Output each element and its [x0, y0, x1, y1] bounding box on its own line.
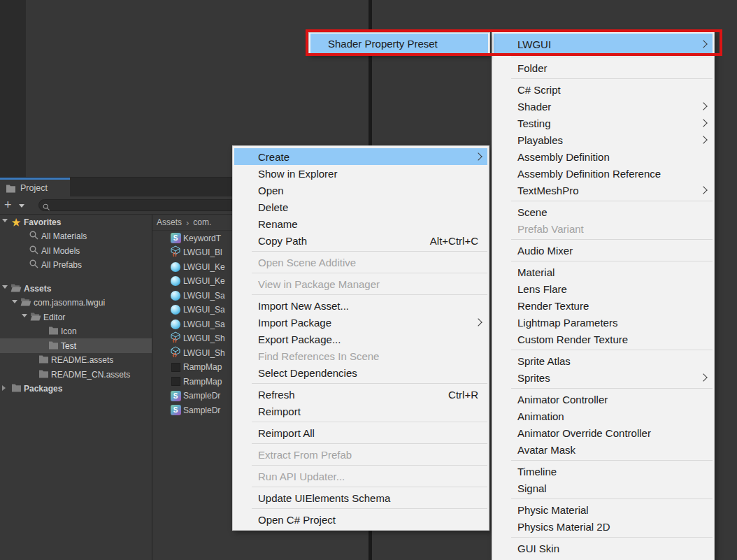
tree-item-editor[interactable]: Editor	[0, 310, 152, 324]
expander-open-icon[interactable]	[2, 219, 8, 222]
tree-item-all-prefabs[interactable]: All Prefabs	[0, 258, 152, 273]
menu-separator	[511, 460, 713, 461]
menu-item-textmeshpro[interactable]: TextMeshPro	[492, 182, 714, 199]
menu-item-animator-controller[interactable]: Animator Controller	[492, 391, 714, 408]
menu-item-testing[interactable]: Testing	[492, 115, 714, 131]
menu-item-reimport-all[interactable]: Reimport All	[233, 424, 489, 441]
menu-item-scene[interactable]: Scene	[492, 203, 714, 220]
tree-item-readme-cn-assets[interactable]: README_CN.assets	[0, 367, 152, 382]
submenu-arrow-icon	[699, 102, 707, 110]
menu-item-show-in-explorer[interactable]: Show in Explorer	[233, 165, 489, 182]
menu-item-sprite-atlas[interactable]: Sprite Atlas	[492, 352, 714, 369]
menu-item-rename[interactable]: Rename	[233, 215, 489, 232]
tree-item-all-materials[interactable]: All Materials	[0, 229, 152, 244]
menu-item-label: Open C# Project	[258, 514, 336, 526]
menu-item-audio-mixer[interactable]: Audio Mixer	[492, 242, 714, 259]
expander-open-icon[interactable]	[22, 314, 27, 317]
menu-item-label: Sprites	[517, 372, 550, 384]
tree-item-com-jasonma-lwgui[interactable]: com.jasonma.lwgui	[0, 296, 152, 310]
menu-item-lightmap-parameters[interactable]: Lightmap Parameters	[492, 314, 714, 331]
menu-item-import-new-asset[interactable]: Import New Asset...	[233, 297, 489, 314]
folder-icon	[48, 340, 59, 352]
material-icon	[171, 291, 180, 301]
breadcrumb-root[interactable]: Assets	[157, 217, 182, 227]
tree-item-assets[interactable]: Assets	[0, 281, 152, 296]
menu-item-playables[interactable]: Playables	[492, 131, 714, 148]
menu-item-delete[interactable]: Delete	[233, 199, 489, 215]
expander-open-icon[interactable]	[12, 300, 17, 303]
menu-item-c-script[interactable]: C# Script	[492, 81, 714, 98]
menu-item-physics-material-2d[interactable]: Physics Material 2D	[492, 518, 714, 535]
material-icon	[171, 320, 180, 329]
menu-item-custom-render-texture[interactable]: Custom Render Texture	[492, 331, 714, 347]
star-icon: ★	[12, 217, 21, 227]
expander-closed-icon[interactable]	[2, 385, 6, 391]
menu-item-signal[interactable]: Signal	[492, 480, 714, 496]
tree-item-all-models[interactable]: All Models	[0, 243, 152, 258]
menu-item-label: Signal	[517, 482, 547, 494]
menu-item-label: View in Package Manager	[258, 278, 380, 290]
menu-item-custom-font[interactable]: Custom Font	[492, 557, 714, 560]
breadcrumb-current[interactable]: com.	[193, 217, 211, 227]
menu-item-open-c-project[interactable]: Open C# Project	[233, 511, 489, 528]
project-folder-tree: ★FavoritesAll MaterialsAll ModelsAll Pre…	[0, 215, 152, 560]
menu-item-avatar-mask[interactable]: Avatar Mask	[492, 441, 714, 458]
file-item-label: RampMap	[183, 377, 222, 387]
menu-item-label: Folder	[517, 62, 548, 74]
material-icon	[171, 262, 180, 272]
tree-item-test[interactable]: Test	[0, 338, 152, 353]
menu-item-select-dependencies[interactable]: Select Dependencies	[233, 364, 489, 381]
menu-item-reimport[interactable]: Reimport	[233, 403, 489, 419]
tree-item-packages[interactable]: Packages	[0, 382, 152, 396]
menu-separator	[252, 465, 487, 466]
material-icon	[171, 276, 180, 286]
file-item-label: RampMap	[183, 362, 222, 372]
menu-item-folder[interactable]: Folder	[492, 59, 714, 76]
file-item-label: KeywordT	[183, 234, 221, 243]
tree-item-label: All Models	[41, 246, 80, 256]
menu-item-label: Copy Path	[258, 235, 307, 247]
menu-item-open[interactable]: Open	[233, 182, 489, 199]
menu-item-export-package[interactable]: Export Package...	[233, 331, 489, 347]
menu-item-label: Import New Asset...	[258, 300, 349, 312]
expander-open-icon[interactable]	[2, 285, 8, 289]
tree-item-icon[interactable]: Icon	[0, 324, 152, 339]
tab-project[interactable]: Project	[0, 178, 70, 196]
folder-icon	[38, 354, 49, 366]
menu-item-import-package[interactable]: Import Package	[233, 314, 489, 331]
menu-item-timeline[interactable]: Timeline	[492, 463, 714, 480]
menu-item-update-uielements-schema[interactable]: Update UIElements Schema	[233, 489, 489, 506]
svg-text:{}: {}	[173, 337, 177, 343]
menu-item-lens-flare[interactable]: Lens Flare	[492, 280, 714, 297]
menu-item-shader[interactable]: Shader	[492, 98, 714, 115]
menu-item-label: Render Texture	[517, 300, 589, 312]
menu-item-animator-override-controller[interactable]: Animator Override Controller	[492, 424, 714, 441]
menu-item-open-scene-additive: Open Scene Additive	[233, 254, 489, 271]
menu-item-label: C# Script	[517, 84, 561, 96]
menu-item-copy-path[interactable]: Copy PathAlt+Ctrl+C	[233, 232, 489, 249]
menu-separator	[511, 57, 713, 57]
tree-item-readme-assets[interactable]: README.assets	[0, 353, 152, 368]
menu-item-create[interactable]: Create	[233, 148, 489, 165]
menu-item-material[interactable]: Material	[492, 264, 714, 280]
shader-icon: {}	[170, 245, 181, 259]
create-asset-plus-button[interactable]: +	[4, 197, 12, 213]
menu-item-label: Update UIElements Schema	[258, 492, 390, 504]
submenu-arrow-icon	[699, 119, 707, 127]
menu-item-physic-material[interactable]: Physic Material	[492, 501, 714, 518]
menu-separator	[511, 537, 713, 538]
project-tab-label: Project	[20, 183, 48, 193]
menu-item-label: Avatar Mask	[517, 444, 575, 456]
texture-thumbnail-icon	[171, 363, 180, 372]
menu-item-assembly-definition[interactable]: Assembly Definition	[492, 148, 714, 165]
menu-item-label: Extract From Prefab	[258, 449, 352, 461]
menu-item-refresh[interactable]: RefreshCtrl+R	[233, 386, 489, 403]
tree-item-favorites[interactable]: ★Favorites	[0, 215, 152, 229]
menu-item-animation[interactable]: Animation	[492, 408, 714, 424]
menu-item-sprites[interactable]: Sprites	[492, 369, 714, 386]
menu-item-render-texture[interactable]: Render Texture	[492, 297, 714, 314]
file-item-label: LWGUI_Sa	[183, 320, 225, 329]
chevron-down-icon[interactable]	[19, 204, 24, 208]
menu-item-assembly-definition-reference[interactable]: Assembly Definition Reference	[492, 165, 714, 182]
menu-item-gui-skin[interactable]: GUI Skin	[492, 540, 714, 557]
